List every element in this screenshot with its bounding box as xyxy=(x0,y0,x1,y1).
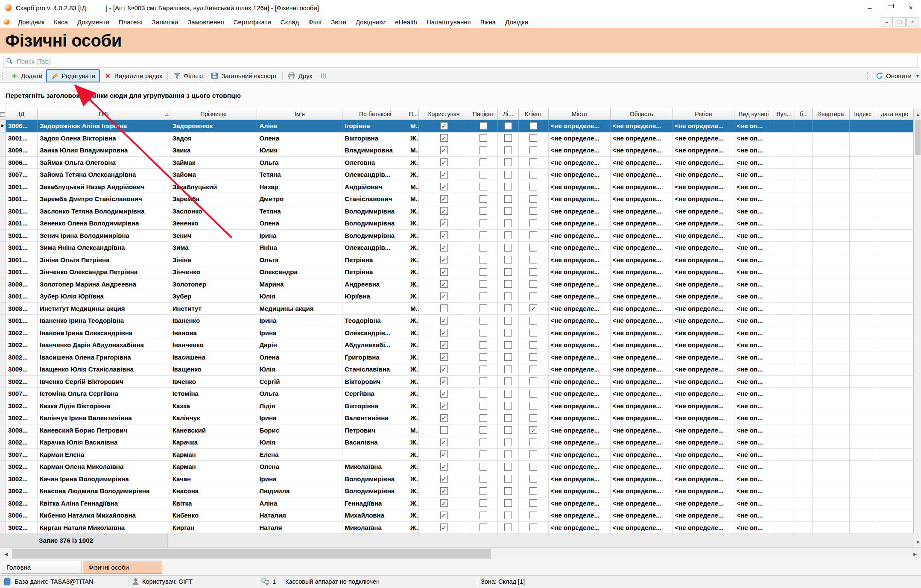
table-row[interactable]: 3002...Калінчук Ірина ВалентинівнаКалінч… xyxy=(0,412,913,424)
checkbox-patient[interactable] xyxy=(480,207,487,215)
checkbox-client[interactable] xyxy=(529,377,537,385)
checkbox-license[interactable] xyxy=(504,256,512,263)
checkbox-client[interactable] xyxy=(529,451,537,458)
checkbox-client[interactable] xyxy=(529,134,537,142)
checkbox-client[interactable] xyxy=(529,329,537,336)
toolbar-grip-right[interactable] xyxy=(867,72,870,80)
checkbox-client[interactable] xyxy=(529,280,537,288)
checkbox-license[interactable] xyxy=(504,439,512,446)
checkbox-patient[interactable] xyxy=(480,304,487,312)
col-header-6[interactable]: П... xyxy=(408,108,419,120)
col-header-19[interactable]: дата наро xyxy=(876,108,913,120)
checkbox-user[interactable]: ✓ xyxy=(440,317,448,325)
menu-item-5[interactable]: Залишки xyxy=(147,16,183,28)
col-header-18[interactable]: Індекс xyxy=(850,108,876,120)
table-row[interactable]: 3001...Зенич Ірина ВолодимирівнаЗеничІри… xyxy=(0,230,913,242)
checkbox-license[interactable] xyxy=(504,390,512,398)
checkbox-client[interactable] xyxy=(529,244,537,252)
checkbox-user[interactable]: ✓ xyxy=(440,463,448,471)
table-row[interactable]: 3001...Заремба Дмитро СтаніславовичЗарем… xyxy=(0,193,913,205)
checkbox-user[interactable] xyxy=(440,426,448,434)
checkbox-license[interactable] xyxy=(504,402,512,410)
col-header-12[interactable]: Область xyxy=(611,108,673,120)
table-row[interactable]: 3001...Закаблуцький Назар АндрійовичЗака… xyxy=(0,181,913,193)
checkbox-user[interactable]: ✓ xyxy=(440,146,448,154)
checkbox-user[interactable]: ✓ xyxy=(440,244,448,252)
checkbox-user[interactable]: ✓ xyxy=(440,341,448,349)
checkbox-patient[interactable] xyxy=(480,293,487,300)
checkbox-user[interactable]: ✓ xyxy=(440,377,448,385)
checkbox-patient[interactable] xyxy=(480,426,487,434)
checkbox-client[interactable] xyxy=(529,256,537,263)
checkbox-client[interactable] xyxy=(529,390,537,398)
maximize-button[interactable] xyxy=(880,0,901,16)
menu-item-4[interactable]: Платежі xyxy=(114,16,147,28)
checkbox-client[interactable] xyxy=(529,268,537,276)
mdi-minimize-button[interactable]: – xyxy=(881,17,893,26)
checkbox-client[interactable] xyxy=(529,463,537,471)
group-panel[interactable]: Перетягніть заголовок колонки сюди для у… xyxy=(0,83,921,108)
checkbox-license[interactable] xyxy=(504,293,512,300)
checkbox-patient[interactable] xyxy=(480,463,487,471)
checkbox-client[interactable] xyxy=(529,524,537,531)
checkbox-license[interactable] xyxy=(504,219,512,227)
table-row[interactable]: 3002...Іванова Ірина ОлександрівнаІванов… xyxy=(0,327,913,339)
checkbox-patient[interactable] xyxy=(480,366,487,373)
export-button[interactable]: Загальний експорт xyxy=(207,70,281,82)
col-header-9[interactable]: Лі... xyxy=(498,108,519,120)
col-header-1[interactable]: ІД xyxy=(6,108,38,120)
table-row[interactable]: 3006...Займак Ольга ОлеговнаЗаймакОльгаО… xyxy=(0,157,913,169)
col-header-15[interactable]: Вул... xyxy=(773,108,795,120)
checkbox-client[interactable] xyxy=(529,402,537,410)
checkbox-patient[interactable] xyxy=(480,195,487,203)
checkbox-patient[interactable] xyxy=(480,414,487,422)
checkbox-user[interactable]: ✓ xyxy=(440,414,448,422)
search-input[interactable] xyxy=(16,57,915,65)
table-row[interactable]: 3001...Зубер Юлія ЮріївнаЗуберЮліяЮріївн… xyxy=(0,290,913,303)
checkbox-patient[interactable] xyxy=(480,231,487,239)
horizontal-scroll-thumb[interactable] xyxy=(12,549,491,559)
checkbox-patient[interactable] xyxy=(480,475,487,483)
checkbox-patient[interactable] xyxy=(480,134,487,142)
checkbox-license[interactable] xyxy=(504,171,512,178)
checkbox-client[interactable] xyxy=(529,171,537,178)
toolbar-overflow-icon[interactable]: ▾ xyxy=(916,73,919,79)
menu-item-8[interactable]: Склад xyxy=(276,16,304,28)
table-row[interactable]: 3007...Істоміна Ольга СергіївнаІстомінаО… xyxy=(0,388,913,400)
print-button[interactable]: Друк xyxy=(284,70,316,82)
checkbox-user[interactable]: ✓ xyxy=(440,268,448,276)
checkbox-license[interactable] xyxy=(504,207,512,215)
checkbox-user[interactable]: ✓ xyxy=(440,122,448,130)
checkbox-license[interactable] xyxy=(504,451,512,458)
vertical-scroll-thumb[interactable] xyxy=(915,120,921,155)
checkbox-patient[interactable] xyxy=(480,158,487,166)
checkbox-patient[interactable] xyxy=(480,402,487,410)
checkbox-client[interactable]: ✓ xyxy=(529,304,537,312)
table-row[interactable]: 3009...Заика Юлия ВладимировнаЗаикаЮлияВ… xyxy=(0,144,913,157)
checkbox-license[interactable] xyxy=(504,317,512,325)
table-row[interactable]: 3008...Золотопер Марина АндреевнаЗолотоп… xyxy=(0,278,913,291)
menu-item-2[interactable]: Каса xyxy=(49,16,73,28)
menu-item-13[interactable]: Налаштування xyxy=(422,16,476,28)
checkbox-license[interactable] xyxy=(504,158,512,166)
col-header-5[interactable]: По батькові xyxy=(342,108,408,120)
search-box[interactable] xyxy=(3,55,918,67)
col-header-14[interactable]: Вид вулиці xyxy=(734,108,773,120)
menu-item-1[interactable]: Довідник xyxy=(13,16,49,28)
table-row[interactable]: 3002...Івасишена Олена ГригорівнаІвасише… xyxy=(0,351,913,364)
checkbox-patient[interactable] xyxy=(480,353,487,361)
checkbox-client[interactable] xyxy=(529,183,537,190)
table-row[interactable]: 3008...Институт Медицины акцияИнститутМе… xyxy=(0,303,913,315)
checkbox-client[interactable] xyxy=(529,122,537,130)
table-row[interactable]: 3002...Карман Олена МиколаївнаКарманОлен… xyxy=(0,461,913,473)
col-header-16[interactable]: б... xyxy=(795,108,813,120)
checkbox-patient[interactable] xyxy=(480,183,487,190)
menu-item-14[interactable]: Вікна xyxy=(476,16,501,28)
checkbox-license[interactable] xyxy=(504,304,512,312)
table-row[interactable]: 3002...Карачка Юлія ВасилівнаКарачкаЮлія… xyxy=(0,436,913,449)
checkbox-user[interactable]: ✓ xyxy=(440,207,448,215)
checkbox-client[interactable] xyxy=(529,146,537,154)
checkbox-patient[interactable] xyxy=(480,268,487,276)
table-row[interactable]: 3001...Зененко Олена ВолодимирівнаЗененк… xyxy=(0,217,913,230)
scroll-down-icon[interactable]: ▼ xyxy=(914,536,921,547)
